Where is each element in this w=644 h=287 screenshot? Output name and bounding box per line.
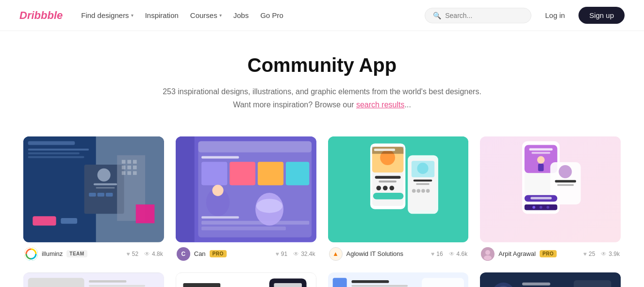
svg-rect-89 xyxy=(28,278,84,287)
svg-rect-95 xyxy=(183,283,220,287)
search-bar[interactable]: 🔍 xyxy=(425,8,531,23)
chevron-down-icon: ▾ xyxy=(131,13,133,18)
svg-rect-5 xyxy=(94,184,117,186)
card-image xyxy=(480,136,621,242)
nav-item-courses[interactable]: Courses ▾ xyxy=(185,8,227,22)
svg-point-4 xyxy=(98,169,111,182)
nav-links: Find designers ▾ Inspiration Courses ▾ J… xyxy=(76,8,288,22)
views-stat: 👁 4.8k xyxy=(144,251,163,257)
nav-left: Dribbble Find designers ▾ Inspiration Co… xyxy=(19,8,288,22)
svg-point-76 xyxy=(559,165,572,178)
likes-stat: ♥ 16 xyxy=(431,251,443,257)
heart-icon: ♥ xyxy=(276,251,279,257)
card-thumbnail xyxy=(176,136,316,242)
svg-rect-26 xyxy=(136,204,155,223)
views-stat: 👁 4.6k xyxy=(449,251,468,257)
svg-rect-36 xyxy=(286,162,309,186)
svg-rect-13 xyxy=(28,156,84,158)
svg-rect-77 xyxy=(555,180,576,183)
views-stat: 👁 3.9k xyxy=(601,251,620,257)
svg-rect-40 xyxy=(201,221,309,225)
card-grid: illuminz TEAM ♥ 52 👁 4.8k xyxy=(23,136,621,260)
card-illuminz[interactable]: illuminz TEAM ♥ 52 👁 4.8k xyxy=(23,136,164,260)
svg-point-86 xyxy=(485,250,490,255)
card-info: C Can PRO ♥ 91 👁 32.4k xyxy=(176,247,316,261)
card-thumbnail xyxy=(328,136,469,242)
heart-icon: ♥ xyxy=(431,251,434,257)
svg-point-58 xyxy=(417,163,428,174)
svg-point-84 xyxy=(546,206,549,209)
card-image xyxy=(328,136,469,242)
avatar: ▲ xyxy=(329,247,343,261)
svg-rect-102 xyxy=(332,278,347,287)
card-author: illuminz TEAM xyxy=(24,247,87,261)
svg-rect-49 xyxy=(375,176,400,179)
card-can[interactable]: C Can PRO ♥ 91 👁 32.4k xyxy=(176,136,316,260)
signup-button[interactable]: Sign up xyxy=(578,7,625,24)
card-stats: ♥ 52 👁 4.8k xyxy=(127,251,163,257)
card-info: Arpit Agrawal PRO ♥ 25 👁 3.9k xyxy=(480,247,621,261)
svg-rect-24 xyxy=(127,171,131,175)
card-partial-1[interactable] xyxy=(23,272,164,287)
svg-rect-50 xyxy=(379,181,396,183)
svg-rect-7 xyxy=(89,193,96,197)
card-stats: ♥ 25 👁 3.9k xyxy=(583,251,620,257)
card-image xyxy=(23,136,164,242)
svg-rect-21 xyxy=(127,166,131,169)
svg-rect-90 xyxy=(89,280,126,283)
author-badge: TEAM xyxy=(66,250,87,257)
card-thumbnail xyxy=(480,136,621,242)
card-arpit[interactable]: Arpit Agrawal PRO ♥ 25 👁 3.9k xyxy=(480,136,621,260)
nav-right: 🔍 Log in Sign up xyxy=(425,7,625,24)
svg-rect-18 xyxy=(127,160,131,164)
author-badge: PRO xyxy=(210,250,227,257)
card-stats: ♥ 91 👁 32.4k xyxy=(276,251,315,257)
card-partial-2[interactable] xyxy=(176,272,316,287)
svg-rect-22 xyxy=(133,166,137,169)
card-partial-4[interactable] xyxy=(480,272,621,287)
card-thumbnail xyxy=(23,136,164,242)
avatar xyxy=(481,247,495,261)
svg-rect-29 xyxy=(176,136,195,242)
card-author: ▲ Aglowid IT Solutions xyxy=(329,247,404,261)
svg-point-63 xyxy=(421,189,425,193)
login-button[interactable]: Log in xyxy=(539,8,571,22)
svg-rect-99 xyxy=(274,283,302,287)
hero-description: 253 inspirational designs, illustrations… xyxy=(10,85,634,111)
svg-rect-71 xyxy=(529,149,553,151)
svg-rect-113 xyxy=(522,283,550,286)
svg-rect-15 xyxy=(61,218,77,224)
svg-rect-54 xyxy=(373,193,403,200)
nav-item-jobs[interactable]: Jobs xyxy=(229,8,254,22)
svg-point-52 xyxy=(383,186,388,191)
svg-point-51 xyxy=(376,186,381,191)
heart-icon: ♥ xyxy=(127,251,130,257)
eye-icon: 👁 xyxy=(449,251,455,257)
svg-point-73 xyxy=(537,156,545,164)
card-aglowid[interactable]: ▲ Aglowid IT Solutions ♥ 16 👁 4.6k xyxy=(328,136,469,260)
nav-item-find-designers[interactable]: Find designers ▾ xyxy=(76,8,138,22)
svg-rect-31 xyxy=(198,141,312,152)
svg-point-87 xyxy=(484,255,492,260)
svg-rect-117 xyxy=(574,280,611,287)
card-grid-row2 xyxy=(23,272,621,287)
svg-point-64 xyxy=(426,189,429,193)
card-partial-3[interactable] xyxy=(328,272,469,287)
svg-point-62 xyxy=(416,189,420,193)
search-results-link[interactable]: search results xyxy=(356,101,405,109)
svg-rect-23 xyxy=(122,171,126,175)
nav-item-inspiration[interactable]: Inspiration xyxy=(140,8,183,22)
svg-rect-8 xyxy=(98,193,104,197)
svg-rect-32 xyxy=(201,156,239,159)
svg-rect-34 xyxy=(230,162,255,186)
svg-point-53 xyxy=(389,186,394,191)
logo[interactable]: Dribbble xyxy=(19,9,63,22)
svg-rect-25 xyxy=(133,171,137,175)
search-icon: 🔍 xyxy=(433,12,441,19)
svg-rect-74 xyxy=(538,164,544,171)
chevron-down-icon: ▾ xyxy=(219,13,222,18)
svg-point-83 xyxy=(540,206,543,209)
nav-item-go-pro[interactable]: Go Pro xyxy=(255,8,288,22)
svg-rect-60 xyxy=(416,184,429,185)
search-input[interactable] xyxy=(445,12,523,19)
